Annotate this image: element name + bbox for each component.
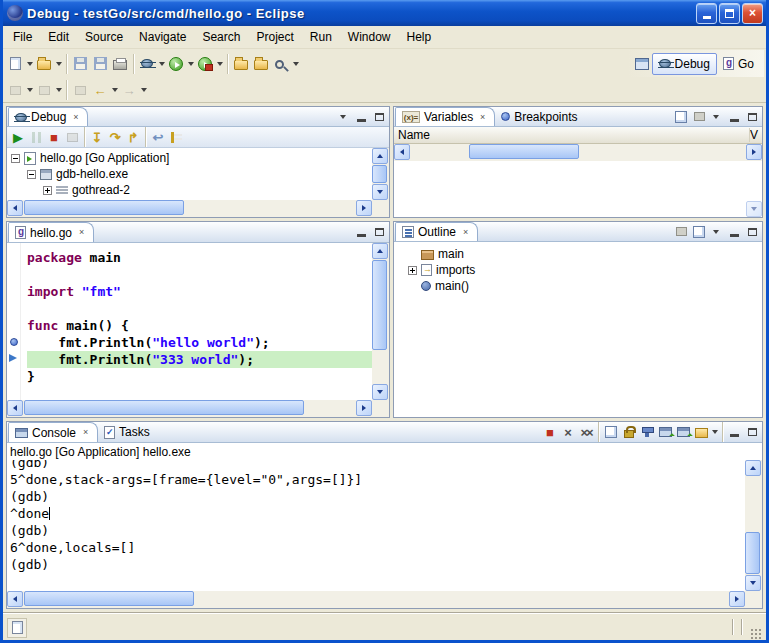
debug-button[interactable] — [137, 53, 157, 75]
scroll-up-button[interactable] — [745, 460, 761, 476]
console-minimize-button[interactable] — [726, 425, 742, 439]
debug-horizontal-scrollbar[interactable] — [7, 200, 372, 217]
open-resource-button[interactable] — [231, 53, 251, 75]
terminate-button[interactable]: ■ — [45, 128, 63, 146]
scroll-up-button[interactable] — [372, 243, 388, 259]
menu-project[interactable]: Project — [248, 27, 301, 47]
previous-annotation-button[interactable] — [34, 79, 54, 101]
tab-hello-go-close[interactable]: × — [76, 227, 87, 238]
tree-item-thread[interactable]: gothread-2 — [7, 182, 372, 198]
outline-item-imports[interactable]: imports — [408, 262, 762, 278]
open-type-button[interactable] — [251, 53, 271, 75]
tab-console-close[interactable]: × — [80, 427, 91, 438]
outline-link-editor-button[interactable] — [690, 223, 708, 241]
scroll-right-button[interactable] — [356, 200, 372, 216]
tab-variables-close[interactable]: × — [477, 112, 488, 123]
next-annotation-dropdown[interactable] — [25, 79, 34, 101]
outline-view-menu-button[interactable] — [708, 225, 724, 239]
outline-item-package[interactable]: main — [408, 246, 762, 262]
pin-console-button[interactable] — [638, 423, 656, 441]
outline-maximize-button[interactable] — [744, 225, 760, 239]
expand-expander-icon[interactable] — [43, 186, 52, 195]
external-tools-button[interactable] — [195, 53, 215, 75]
new-wizard-button[interactable] — [5, 53, 25, 75]
step-over-button[interactable]: ↷ — [106, 128, 124, 146]
open-console-dropdown[interactable] — [710, 421, 719, 443]
outline-minimize-button[interactable] — [726, 225, 742, 239]
scroll-lock-button[interactable] — [620, 423, 638, 441]
editor-vertical-scrollbar[interactable] — [372, 243, 389, 400]
remove-all-launches-button[interactable]: ×× — [577, 423, 595, 441]
outline-sort-button[interactable] — [672, 223, 690, 241]
drop-to-frame-button[interactable]: ↩ — [149, 128, 167, 146]
scroll-down-button[interactable] — [372, 384, 388, 400]
debug-view-menu-button[interactable] — [335, 110, 351, 124]
variables-content[interactable] — [394, 161, 762, 217]
open-console-button[interactable] — [692, 423, 710, 441]
menu-run[interactable]: Run — [302, 27, 340, 47]
back-dropdown[interactable] — [110, 79, 119, 101]
previous-annotation-dropdown[interactable] — [54, 79, 63, 101]
new-wizard-dropdown[interactable] — [25, 53, 34, 75]
tree-item-process[interactable]: gdb-hello.exe — [7, 166, 372, 182]
menu-navigate[interactable]: Navigate — [131, 27, 194, 47]
tab-console[interactable]: Console × — [8, 422, 98, 442]
scrollbar-thumb[interactable] — [745, 532, 760, 574]
column-name[interactable]: Name — [394, 128, 750, 142]
editor-minimize-button[interactable] — [353, 225, 369, 239]
menu-search[interactable]: Search — [194, 27, 248, 47]
resume-button[interactable]: ▶ — [9, 128, 27, 146]
scroll-up-button[interactable] — [372, 148, 388, 164]
scroll-left-button[interactable] — [7, 200, 23, 216]
tab-outline[interactable]: Outline × — [395, 222, 478, 241]
code-area[interactable]: package main import "fmt" func main() { … — [21, 243, 389, 417]
outline-item-main-func[interactable]: main() — [408, 278, 762, 294]
scrollbar-thumb[interactable] — [469, 144, 579, 159]
column-value[interactable]: V — [750, 128, 762, 142]
run-dropdown[interactable] — [186, 53, 195, 75]
collapse-expander-icon[interactable] — [11, 154, 20, 163]
scroll-left-button[interactable] — [7, 400, 23, 416]
clear-console-button[interactable] — [602, 423, 620, 441]
debug-vertical-scrollbar[interactable] — [372, 148, 389, 200]
variables-view-maximize-button[interactable] — [744, 110, 760, 124]
editor-annotation-ruler[interactable] — [7, 243, 21, 417]
resize-grip[interactable] — [750, 628, 762, 640]
titlebar[interactable]: Debug - testGo/src/cmd/hello.go - Eclips… — [3, 0, 766, 26]
scroll-right-button[interactable] — [356, 400, 372, 416]
scroll-right-button[interactable] — [746, 144, 762, 160]
last-edit-location-button[interactable] — [70, 79, 90, 101]
search-button[interactable] — [271, 53, 291, 75]
step-into-button[interactable]: ↧ — [88, 128, 106, 146]
scrollbar-thumb[interactable] — [372, 165, 387, 183]
console-terminate-button[interactable]: ■ — [541, 423, 559, 441]
tab-debug[interactable]: Debug × — [8, 107, 88, 126]
scroll-left-button[interactable] — [394, 144, 410, 160]
remove-launch-button[interactable]: × — [559, 423, 577, 441]
menu-help[interactable]: Help — [399, 27, 440, 47]
menu-source[interactable]: Source — [77, 27, 131, 47]
perspective-go-button[interactable]: Go — [717, 53, 760, 75]
editor-horizontal-scrollbar[interactable] — [7, 400, 372, 417]
save-button[interactable] — [70, 53, 90, 75]
show-on-stderr-button[interactable] — [674, 423, 692, 441]
console-text-area[interactable]: (gdb) 5^done,stack-args=[frame={level="0… — [7, 460, 762, 591]
step-return-button[interactable]: ↱ — [124, 128, 142, 146]
collapse-expander-icon[interactable] — [27, 170, 36, 179]
scroll-down-button[interactable] — [746, 201, 762, 217]
console-vertical-scrollbar[interactable] — [745, 460, 762, 591]
menu-edit[interactable]: Edit — [40, 27, 77, 47]
tree-item-launch[interactable]: hello.go [Go Application] — [7, 150, 372, 166]
menu-window[interactable]: Window — [340, 27, 399, 47]
debug-dropdown[interactable] — [157, 53, 166, 75]
tab-hello-go[interactable]: hello.go × — [8, 222, 94, 242]
scrollbar-thumb[interactable] — [24, 591, 194, 606]
menu-file[interactable]: File — [5, 27, 40, 47]
tab-tasks[interactable]: Tasks — [98, 422, 156, 442]
show-type-names-button[interactable] — [672, 108, 690, 126]
forward-button[interactable]: → — [119, 79, 139, 101]
scroll-left-button[interactable] — [7, 591, 23, 607]
close-window-button[interactable]: × — [742, 3, 763, 24]
save-all-button[interactable] — [90, 53, 110, 75]
new-project-dropdown[interactable] — [54, 53, 63, 75]
